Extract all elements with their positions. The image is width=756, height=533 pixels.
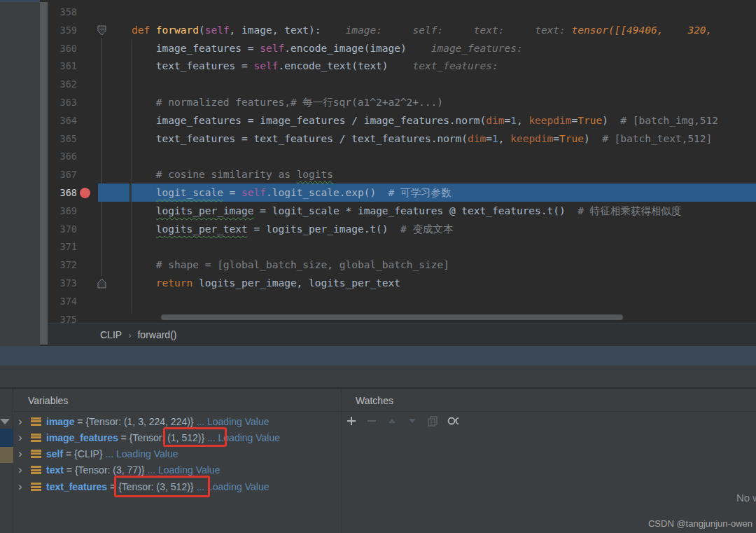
fold-range-line: [102, 38, 102, 276]
fold-collapse-icon[interactable]: [97, 25, 107, 39]
code-token: text:: [443, 25, 504, 36]
line-number[interactable]: 366: [48, 147, 77, 165]
code-token: self: [205, 25, 230, 36]
code-token: self: [260, 43, 284, 54]
variable-value: {Tensor: (1, 3, 224, 224)}: [85, 416, 193, 427]
chevron-right-icon[interactable]: ›: [18, 431, 31, 445]
code-line[interactable]: text_features = text_features / text_fea…: [107, 130, 712, 148]
code-token: # 可学习参数: [376, 187, 451, 198]
line-number[interactable]: 373: [48, 274, 77, 292]
code-token: # normalized features,# 每一行sqr(a1^2+a2^2…: [107, 97, 443, 108]
code-token: True: [578, 115, 602, 126]
code-editor[interactable]: 358359 def forward(self, image, text): i…: [48, 0, 756, 323]
project-panel-scrollbar[interactable]: [40, 2, 48, 345]
line-number[interactable]: 369: [48, 202, 77, 220]
horizontal-scrollbar[interactable]: [161, 314, 623, 320]
splitter-band[interactable]: [0, 346, 756, 366]
code-token: text_features =: [107, 60, 254, 71]
code-line[interactable]: logit_scale = self.logit_scale.exp() # 可…: [107, 184, 451, 202]
code-token: =: [223, 187, 241, 198]
variable-name: image_features: [46, 432, 118, 443]
move-down-button[interactable]: [407, 415, 418, 427]
code-token: .encode_image(image): [284, 43, 407, 54]
red-highlight-box-text-features: [114, 476, 210, 497]
line-number[interactable]: 363: [48, 93, 77, 111]
line-number[interactable]: 374: [48, 292, 77, 310]
line-number[interactable]: 360: [48, 39, 77, 57]
line-number[interactable]: 359: [48, 21, 77, 39]
code-token: self: [241, 187, 266, 198]
show-watches-in-variables-button[interactable]: [447, 415, 458, 427]
frames-library-row[interactable]: [0, 447, 13, 463]
code-token: # shape = [global_batch_size, global_bat…: [107, 259, 449, 270]
frames-selected-row[interactable]: [0, 429, 13, 447]
no-watches-text: No w: [736, 492, 756, 504]
code-token: keepdim: [528, 115, 571, 126]
code-token: text_features = text_features / text_fea…: [107, 133, 468, 144]
line-number[interactable]: 361: [48, 57, 77, 75]
duplicate-button[interactable]: [427, 415, 438, 427]
move-up-button[interactable]: [386, 415, 398, 427]
code-line[interactable]: text_features = self.encode_text(text) t…: [107, 57, 498, 75]
line-number[interactable]: 365: [48, 130, 77, 148]
equals-sign: =: [74, 416, 85, 427]
line-number[interactable]: 375: [48, 310, 77, 323]
variable-name: text_features: [46, 481, 107, 492]
variable-row[interactable]: ›image = {Tensor: (1, 3, 224, 224)} ... …: [14, 413, 269, 429]
chevron-right-icon[interactable]: ›: [18, 480, 31, 494]
variable-name: self: [46, 448, 63, 459]
chevron-right-icon[interactable]: ›: [18, 415, 31, 429]
breadcrumb-item-class[interactable]: CLIP: [100, 329, 122, 340]
line-number[interactable]: 372: [48, 256, 77, 274]
pane-header-separator: [14, 411, 756, 412]
variables-pane-title: Variables: [28, 395, 68, 406]
variable-icon: [31, 466, 41, 474]
equals-sign: =: [118, 432, 130, 443]
code-line[interactable]: # shape = [global_batch_size, global_bat…: [107, 256, 449, 274]
code-line[interactable]: image_features = self.encode_image(image…: [107, 39, 523, 57]
code-token: self:: [382, 25, 443, 36]
code-token: dim: [468, 133, 486, 144]
variable-row[interactable]: ›self = {CLIP} ... Loading Value: [14, 446, 178, 462]
code-token: [107, 205, 156, 216]
code-token: =: [553, 133, 559, 144]
code-token: logits: [297, 169, 333, 180]
dropdown-arrow-icon[interactable]: [0, 419, 10, 424]
fold-end-icon[interactable]: [97, 277, 107, 292]
add-button[interactable]: [346, 415, 357, 427]
code-token: 1: [510, 115, 517, 126]
line-number[interactable]: 367: [48, 165, 77, 184]
code-token: text_features:: [388, 60, 498, 71]
line-number[interactable]: 371: [48, 237, 77, 256]
code-token: ,: [498, 133, 510, 144]
code-token: # [batch_img,512: [608, 115, 718, 126]
code-line[interactable]: image_features = image_features / image_…: [107, 111, 718, 130]
variable-row[interactable]: ›image_features = {Tensor: (1, 512)} ...…: [14, 429, 280, 445]
line-number[interactable]: 358: [48, 3, 77, 21]
line-number[interactable]: 364: [48, 111, 77, 130]
line-number[interactable]: 362: [48, 75, 77, 93]
variable-value: {CLIP}: [74, 448, 102, 459]
code-line[interactable]: def forward(self, image, text): image: s…: [107, 21, 712, 39]
line-number[interactable]: 368: [48, 184, 77, 202]
code-token: logits_per_text: [156, 223, 248, 235]
pane-vertical-separator[interactable]: [341, 389, 342, 533]
code-token: .encode_text(text): [278, 60, 388, 71]
breakpoint-icon[interactable]: [80, 188, 90, 198]
loading-value-text: ... Loading Value: [194, 416, 270, 427]
chevron-right-icon[interactable]: ›: [18, 463, 31, 477]
code-token: =: [572, 115, 578, 126]
code-line[interactable]: # normalized features,# 每一行sqr(a1^2+a2^2…: [107, 93, 443, 111]
code-token: # 变成文本: [388, 223, 454, 235]
breadcrumb-item-method[interactable]: forward(): [137, 329, 176, 340]
project-panel-edge[interactable]: [0, 0, 40, 346]
chevron-right-icon[interactable]: ›: [18, 447, 31, 461]
frames-panel-edge[interactable]: [0, 389, 13, 533]
breadcrumb: CLIP › forward(): [48, 323, 756, 346]
code-line[interactable]: logits_per_image = logit_scale * image_f…: [107, 202, 681, 220]
code-line[interactable]: logits_per_text = logits_per_image.t() #…: [107, 220, 454, 238]
code-line[interactable]: # cosine similarity as logits: [107, 165, 333, 184]
code-line[interactable]: return logits_per_image, logits_per_text: [107, 274, 400, 292]
remove-button[interactable]: [366, 415, 377, 427]
line-number[interactable]: 370: [48, 220, 77, 238]
